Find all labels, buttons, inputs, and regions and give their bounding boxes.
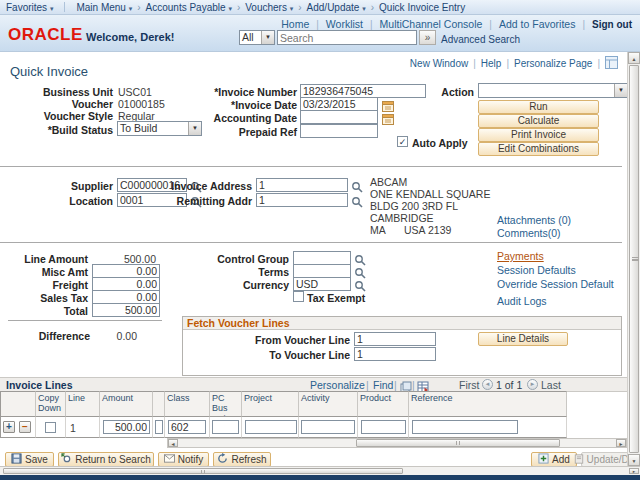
audit-logs-link[interactable]: Audit Logs xyxy=(497,295,547,307)
vertical-scroll-thumb[interactable] xyxy=(629,65,639,453)
remitting-addr-lookup-icon[interactable] xyxy=(351,194,363,212)
attachments-link[interactable]: Attachments (0) xyxy=(497,214,571,226)
action-label: Action xyxy=(390,86,474,98)
breadcrumb-item-vouchers[interactable]: Vouchers ▾ xyxy=(245,2,293,13)
row-activity-input[interactable] xyxy=(301,420,355,434)
previous-row-icon[interactable]: ◄ xyxy=(482,379,493,390)
row-project-input[interactable] xyxy=(245,420,297,434)
header-nav: Home| Worklist| MultiChannel Console| Ad… xyxy=(281,18,632,30)
return-to-search-button[interactable]: Return to Search xyxy=(58,452,154,467)
prepaid-ref-input[interactable] xyxy=(300,124,378,138)
auto-apply-checkbox[interactable]: ✓ xyxy=(397,136,408,147)
vertical-scrollbar[interactable]: ▲ ▼ xyxy=(627,52,640,466)
misc-amt-label: Misc Amt xyxy=(0,266,88,278)
home-link[interactable]: Home xyxy=(281,18,309,30)
save-button[interactable]: Save xyxy=(5,452,54,467)
search-input[interactable] xyxy=(277,30,417,45)
delete-row-button[interactable]: − xyxy=(19,421,31,433)
scroll-right-icon[interactable]: ► xyxy=(629,468,639,474)
search-scope-select[interactable]: All ▼ xyxy=(239,30,275,45)
advanced-search-link[interactable]: Advanced Search xyxy=(441,34,520,45)
breadcrumb-item-add-update[interactable]: Add/Update ▾ xyxy=(307,2,366,13)
to-voucher-line-input[interactable] xyxy=(354,347,436,361)
scroll-left-icon[interactable]: ◄ xyxy=(168,439,178,447)
line-details-button[interactable]: Line Details xyxy=(478,332,568,346)
scroll-right-icon[interactable]: ► xyxy=(616,439,626,447)
breadcrumb: Favorites ▾ Main Menu ▾ › Accounts Payab… xyxy=(0,0,640,15)
chevron-down-icon[interactable]: ▼ xyxy=(261,31,274,44)
worklist-link[interactable]: Worklist xyxy=(326,18,363,30)
accounting-date-input[interactable] xyxy=(300,110,378,124)
total-input[interactable] xyxy=(92,303,160,317)
favorites-menu[interactable]: Favorites ▾ xyxy=(6,2,53,13)
pagination-last-label[interactable]: Last xyxy=(541,379,561,391)
add-row-button[interactable]: + xyxy=(3,421,15,433)
currency-input[interactable] xyxy=(293,277,351,291)
invoice-number-label: *Invoice Number xyxy=(150,86,297,98)
scroll-down-icon[interactable]: ▼ xyxy=(628,454,640,466)
copy-down-checkbox[interactable] xyxy=(45,422,56,433)
override-session-default-link[interactable]: Override Session Default xyxy=(497,278,614,290)
tax-exempt-checkbox[interactable] xyxy=(293,291,304,302)
refresh-button[interactable]: Refresh xyxy=(213,452,271,467)
terms-input[interactable] xyxy=(293,264,351,278)
control-group-input[interactable] xyxy=(293,251,351,265)
pagination-first-label[interactable]: First xyxy=(459,379,479,391)
grid-scroll-thumb[interactable] xyxy=(356,439,560,447)
chevron-down-icon[interactable]: ▼ xyxy=(614,84,627,97)
row-class-input[interactable] xyxy=(168,420,206,434)
next-row-icon[interactable]: ► xyxy=(527,379,538,390)
row-amount-input[interactable] xyxy=(103,420,150,434)
sign-out-link[interactable]: Sign out xyxy=(592,19,632,30)
breadcrumb-item-accounts-payable[interactable]: Accounts Payable ▾ xyxy=(146,2,232,13)
section-divider xyxy=(0,242,622,243)
from-voucher-line-input[interactable] xyxy=(354,332,436,346)
page-layout-icon[interactable] xyxy=(605,56,618,71)
caret-down-icon: ▾ xyxy=(290,5,294,12)
new-window-link[interactable]: New Window xyxy=(410,58,468,69)
invoice-date-input[interactable] xyxy=(300,97,378,111)
invoice-address-input[interactable] xyxy=(256,178,348,192)
row-spacer-input[interactable] xyxy=(155,420,163,434)
breadcrumb-item-main-menu[interactable]: Main Menu ▾ xyxy=(76,2,132,13)
multichannel-console-link[interactable]: MultiChannel Console xyxy=(380,18,483,30)
help-link[interactable]: Help xyxy=(481,58,502,69)
freight-input[interactable] xyxy=(92,277,160,291)
session-defaults-link[interactable]: Session Defaults xyxy=(497,264,576,276)
search-go-button[interactable]: » xyxy=(419,30,436,45)
print-invoice-button[interactable]: Print Invoice xyxy=(478,128,599,142)
misc-amt-input[interactable] xyxy=(92,264,160,278)
action-select[interactable]: ▼ xyxy=(478,83,628,98)
add-button[interactable]: Add xyxy=(531,452,577,467)
remitting-addr-label: Remitting Addr xyxy=(140,195,252,207)
row-product-input[interactable] xyxy=(361,420,406,434)
comments-link[interactable]: Comments(0) xyxy=(497,227,561,239)
header: Home| Worklist| MultiChannel Console| Ad… xyxy=(0,15,640,52)
grid-horizontal-scrollbar[interactable]: ◄ ► xyxy=(167,438,627,448)
to-voucher-line-label: To Voucher Line xyxy=(200,349,350,361)
personalize-link[interactable]: Personalize xyxy=(310,379,365,391)
notify-button[interactable]: Notify xyxy=(158,452,209,467)
remitting-addr-input[interactable] xyxy=(256,193,348,207)
find-link[interactable]: Find xyxy=(373,379,393,391)
bottom-bar xyxy=(0,475,640,480)
add-to-favorites-link[interactable]: Add to Favorites xyxy=(499,18,575,30)
pagination-current: 1 of 1 xyxy=(496,379,522,391)
row-reference-input[interactable] xyxy=(412,420,518,434)
address-zip: 2139 xyxy=(428,224,451,236)
sales-tax-input[interactable] xyxy=(92,290,160,304)
payments-link[interactable]: Payments xyxy=(497,250,544,262)
personalize-page-link[interactable]: Personalize Page xyxy=(514,58,592,69)
invoice-date-label: *Invoice Date xyxy=(150,99,297,111)
calculate-button[interactable]: Calculate xyxy=(478,114,599,128)
scroll-up-icon[interactable]: ▲ xyxy=(628,52,640,64)
page-horizontal-scrollbar[interactable]: ► xyxy=(0,466,640,475)
line-amount-label: Line Amount xyxy=(0,253,88,265)
edit-combinations-button[interactable]: Edit Combinations xyxy=(478,142,599,156)
page-scroll-thumb[interactable] xyxy=(3,468,403,474)
accounting-date-label: Accounting Date xyxy=(150,112,297,124)
row-pc-bus-unit-input[interactable] xyxy=(212,420,239,434)
calendar-icon[interactable] xyxy=(382,111,394,129)
run-button[interactable]: Run xyxy=(478,100,599,114)
total-divider xyxy=(8,320,162,321)
